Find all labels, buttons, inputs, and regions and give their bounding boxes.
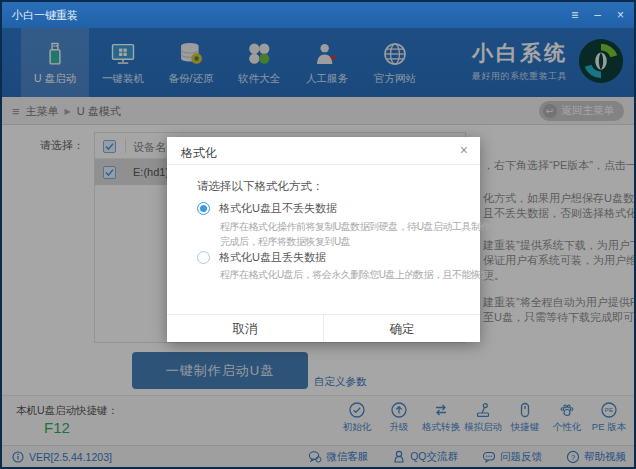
radio-unselected-icon[interactable]: [197, 251, 210, 264]
dialog-header: 格式化 ×: [167, 137, 480, 165]
radio-option-lose-data[interactable]: 格式化U盘且丢失数据: [197, 250, 326, 265]
window-controls: ≡ – ×: [571, 2, 624, 28]
cancel-button[interactable]: 取消: [167, 315, 323, 342]
ok-button[interactable]: 确定: [323, 315, 480, 342]
option-description: 程序在格式化U盘后，将会永久删除您U盘上的数据，且不能恢复: [220, 268, 490, 282]
option-label: 格式化U盘且不丢失数据: [219, 201, 337, 216]
option-description: 程序在格式化操作前将复制U盘数据到硬盘，待U盘启动工具制作: [220, 220, 490, 234]
minimize-icon[interactable]: –: [594, 2, 601, 28]
option-description: 完成后，程序将数据恢复到U盘: [220, 235, 350, 249]
radio-selected-icon[interactable]: [197, 202, 210, 215]
dialog-footer: 取消 确定: [167, 314, 480, 342]
dialog-title: 格式化: [181, 145, 217, 162]
title-bar: 小白一键重装 ≡ – ×: [2, 2, 634, 28]
menu-icon[interactable]: ≡: [571, 2, 578, 28]
dialog-prompt: 请选择以下格式化方式：: [197, 179, 324, 194]
app-window: 小白一键重装 ≡ – × U 盘启动 一键装机: [0, 0, 636, 469]
radio-option-keep-data[interactable]: 格式化U盘且不丢失数据: [197, 201, 337, 216]
dialog-close-icon[interactable]: ×: [460, 142, 468, 158]
format-dialog: 格式化 × 请选择以下格式化方式： 格式化U盘且不丢失数据 程序在格式化操作前将…: [167, 137, 480, 342]
close-icon[interactable]: ×: [617, 2, 624, 28]
window-title: 小白一键重装: [12, 2, 78, 28]
option-label: 格式化U盘且丢失数据: [219, 250, 326, 265]
